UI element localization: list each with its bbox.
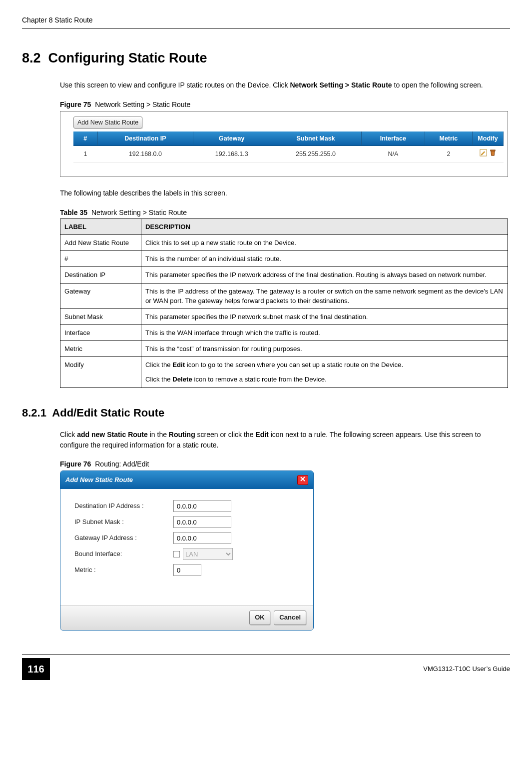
cell-subnet-mask: 255.255.255.0 <box>270 146 362 162</box>
table-row: 1 192.168.0.0 192.168.1.3 255.255.255.0 … <box>73 146 504 162</box>
desc-text: This is the IP address of the gateway. T… <box>141 283 508 308</box>
table-row-modify: Modify Click the Edit icon to go to the … <box>60 357 508 388</box>
figure76-dialog: Add New Static Route Destination IP Addr… <box>60 470 314 630</box>
table-row: Add New Static RouteClick this to set up… <box>60 235 508 251</box>
desc-text: Click the Edit icon to go to the screen … <box>141 357 508 388</box>
table-row: InterfaceThis is the WAN interface throu… <box>60 324 508 340</box>
row-gateway-ip: Gateway IP Address : <box>74 532 299 544</box>
header-rule <box>22 28 510 28</box>
p-mid1: in the <box>148 430 169 438</box>
row-destination-ip: Destination IP Address : <box>74 500 299 512</box>
cell-gateway: 192.168.1.3 <box>193 146 270 162</box>
th-metric: Metric <box>425 132 472 146</box>
add-new-static-route-button[interactable]: Add New Static Route <box>73 116 142 128</box>
ok-button[interactable]: OK <box>249 610 270 625</box>
table-row: #This is the number of an individual sta… <box>60 251 508 267</box>
delete-icon[interactable] <box>489 149 497 159</box>
dialog-footer: OK Cancel <box>60 605 313 630</box>
close-button[interactable] <box>297 475 308 485</box>
p-pre: Click <box>60 430 77 438</box>
th-number: # <box>73 132 97 146</box>
row-subnet-mask: IP Subnet Mask : <box>74 516 299 528</box>
table-row: MetricThis is the “cost” of transmission… <box>60 341 508 357</box>
table-row: Subnet MaskThis parameter specifies the … <box>60 308 508 324</box>
label-subnet-mask: IP Subnet Mask : <box>74 518 173 527</box>
desc-label: Gateway <box>60 283 141 308</box>
intro-bold: Network Setting > Static Route <box>290 81 392 89</box>
intro-post: to open the following screen. <box>392 81 483 89</box>
label-destination-ip: Destination IP Address : <box>74 502 173 511</box>
p-b1: add new Static Route <box>77 430 148 438</box>
figure75-caption-text: Network Setting > Static Route <box>95 100 190 108</box>
p-b3: Edit <box>255 430 268 438</box>
figure76-caption: Figure 76Routing: Add/Edit <box>60 459 508 469</box>
close-icon <box>300 476 306 485</box>
desc-label: Add New Static Route <box>60 235 141 251</box>
table35-caption-text: Network Setting > Static Route <box>91 208 187 216</box>
desc-text: This parameter specifies the IP network … <box>141 267 508 283</box>
section821-intro: Click add new Static Route in the Routin… <box>60 430 508 450</box>
cell-metric: 2 <box>425 146 472 162</box>
table-row: GatewayThis is the IP address of the gat… <box>60 283 508 308</box>
modify-p1-pre: Click the <box>145 361 172 368</box>
section-title: Add/Edit Static Route <box>52 406 164 419</box>
section-number: 8.2.1 <box>22 406 46 419</box>
static-route-table: # Destination IP Gateway Subnet Mask Int… <box>73 132 504 162</box>
intro-pre: Use this screen to view and configure IP… <box>60 81 290 89</box>
label-metric: Metric : <box>74 566 173 575</box>
desc-text: Click this to set up a new static route … <box>141 235 508 251</box>
label-gateway-ip: Gateway IP Address : <box>74 534 173 543</box>
desc-text: This is the WAN interface through which … <box>141 324 508 340</box>
row-bound-interface: Bound Interface: LAN <box>74 548 299 560</box>
modify-p1-bold: Edit <box>172 361 185 368</box>
bound-interface-select[interactable]: LAN <box>183 548 233 560</box>
table35: LABEL DESCRIPTION Add New Static RouteCl… <box>60 218 508 388</box>
dialog-body: Destination IP Address : IP Subnet Mask … <box>60 489 313 605</box>
desc-label: Modify <box>60 357 141 388</box>
p-b2: Routing <box>169 430 195 438</box>
destination-ip-input[interactable] <box>173 500 231 512</box>
figure75-label: Figure 75 <box>60 100 91 108</box>
gateway-ip-input[interactable] <box>173 532 231 544</box>
modify-p1-post: icon to go to the screen where you can s… <box>185 361 403 368</box>
modify-p2-post: icon to remove a static route from the D… <box>192 376 327 383</box>
desc-label: Metric <box>60 341 141 357</box>
subnet-mask-input[interactable] <box>173 516 231 528</box>
chapter-header: Chapter 8 Static Route <box>22 15 510 25</box>
cancel-button[interactable]: Cancel <box>274 610 306 625</box>
section-heading-8-2: 8.2 Configuring Static Route <box>22 48 510 68</box>
th-modify: Modify <box>473 132 504 146</box>
metric-input[interactable] <box>173 564 201 576</box>
desc-text: This parameter specifies the IP network … <box>141 308 508 324</box>
cell-destination-ip: 192.168.0.0 <box>97 146 193 162</box>
th-interface: Interface <box>361 132 425 146</box>
modify-p2-bold: Delete <box>172 376 192 383</box>
page-number: 116 <box>22 658 50 680</box>
p-mid2: screen or click the <box>195 430 256 438</box>
table-intro: The following table describes the labels… <box>60 188 508 198</box>
cell-interface: N/A <box>361 146 425 162</box>
desc-label: Interface <box>60 324 141 340</box>
section-heading-8-2-1: 8.2.1 Add/Edit Static Route <box>22 405 510 421</box>
dialog-title: Add New Static Route <box>65 476 133 485</box>
guide-name: VMG1312-T10C User’s Guide <box>423 664 510 674</box>
svg-rect-1 <box>490 150 495 151</box>
cell-number: 1 <box>73 146 97 162</box>
section-number: 8.2 <box>22 50 41 66</box>
section-intro: Use this screen to view and configure IP… <box>60 80 508 90</box>
cell-modify <box>473 146 504 162</box>
figure75-screenshot: Add New Static Route # Destination IP Ga… <box>60 111 508 177</box>
table35-label: Table 35 <box>60 208 87 216</box>
th-gateway: Gateway <box>193 132 270 146</box>
edit-icon[interactable] <box>480 149 487 159</box>
table-row: Destination IPThis parameter specifies t… <box>60 267 508 283</box>
table35-header-row: LABEL DESCRIPTION <box>60 219 508 235</box>
th-destination-ip: Destination IP <box>97 132 193 146</box>
dialog-title-bar: Add New Static Route <box>60 471 313 489</box>
table-header-row: # Destination IP Gateway Subnet Mask Int… <box>73 132 504 146</box>
section-title: Configuring Static Route <box>48 50 207 66</box>
bound-interface-checkbox[interactable] <box>173 551 180 558</box>
table35-caption: Table 35Network Setting > Static Route <box>60 208 508 218</box>
th-label: LABEL <box>60 219 141 235</box>
row-metric: Metric : <box>74 564 299 576</box>
